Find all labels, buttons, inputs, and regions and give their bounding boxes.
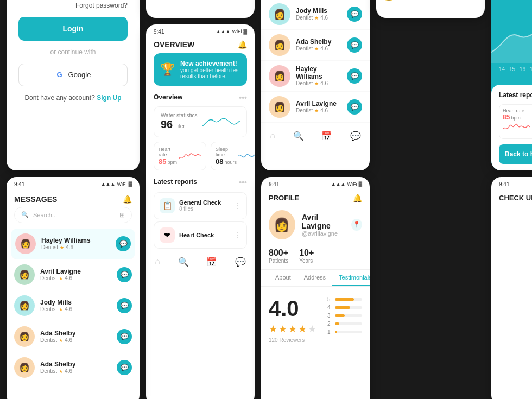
shield-icon[interactable]: 🛡 bbox=[420, 0, 428, 1]
nav-search-icon[interactable]: 🔍 bbox=[293, 131, 304, 141]
date-16[interactable]: 16 bbox=[520, 66, 525, 77]
doctor-info-1: Jody Mills Dentist ★ 4.6 bbox=[296, 7, 341, 21]
bell-icon-overview[interactable]: 🔔 bbox=[238, 40, 247, 49]
heart-rate-value: 85 bbox=[159, 157, 166, 166]
status-icons-overview: ▲▲▲ WiFi ▓ bbox=[216, 29, 247, 35]
tab-testimonials[interactable]: Testimonials bbox=[332, 270, 370, 286]
sleep-time-label: Sleep time bbox=[216, 147, 238, 157]
status-icons-profile: ▲▲▲ WiFi ▓ bbox=[331, 181, 362, 187]
nav-chat-overview[interactable]: 💬 bbox=[235, 257, 246, 267]
doctor-name-2: Ada Shelby bbox=[296, 38, 341, 46]
nav-calendar-icon[interactable]: 📅 bbox=[321, 131, 332, 141]
sleep-time-value: 08 bbox=[216, 157, 223, 166]
bar-track-1 bbox=[335, 331, 362, 333]
signal-icon-messages: ▲▲▲ bbox=[101, 181, 116, 187]
bell-icon-profile[interactable]: 🔔 bbox=[353, 194, 362, 202]
water-stats-unit: Liter bbox=[174, 123, 185, 129]
reports-dots[interactable]: ••• bbox=[239, 178, 247, 187]
tab-address[interactable]: Address bbox=[297, 270, 332, 286]
phone-status-checkup: 9:41 ▲▲▲ WiFi ▓ bbox=[491, 177, 532, 189]
rating-4: 4.6 bbox=[320, 107, 328, 113]
glasses-count: 18 bbox=[491, 0, 532, 10]
nav-search-overview[interactable]: 🔍 bbox=[178, 257, 189, 267]
message-name-4: Ada Shelby bbox=[40, 330, 111, 337]
nav-chat-icon[interactable]: 💬 bbox=[350, 131, 361, 141]
message-btn-4[interactable]: 💬 bbox=[347, 99, 362, 115]
report-dots-2[interactable]: ⋮ bbox=[233, 231, 241, 239]
logout-icon[interactable]: ↩ bbox=[435, 0, 442, 1]
msg-action-btn-3[interactable]: 💬 bbox=[117, 298, 132, 313]
back-to-home-button[interactable]: Back to home bbox=[499, 144, 532, 164]
report-dots-1[interactable]: ⋮ bbox=[233, 201, 241, 210]
doctors-bottom-nav: ⌂ 🔍 📅 💬 bbox=[261, 125, 370, 145]
message-item-3[interactable]: 👩 Jody Mills Dentist★4.6 💬 bbox=[7, 290, 140, 321]
msg-action-btn-1[interactable]: 💬 bbox=[116, 236, 131, 251]
signup-link[interactable]: Sign Up bbox=[97, 94, 121, 102]
water-stats-label: Water statistics bbox=[161, 112, 197, 118]
doctor-item-2: 👩 Ada Shelby Dentist ★ 4.6 💬 bbox=[261, 30, 370, 61]
water-stats-value: 96 bbox=[161, 118, 173, 131]
search-placeholder-messages: Search... bbox=[33, 212, 57, 218]
message-btn-1[interactable]: 💬 bbox=[347, 7, 362, 22]
achievement-banner: 🏆 New achievement! you get better health… bbox=[154, 53, 247, 86]
date-14[interactable]: 14 bbox=[499, 66, 505, 77]
profile-location-icon[interactable]: 📍 bbox=[351, 219, 362, 231]
forgot-password[interactable]: Forgot password? bbox=[18, 2, 128, 9]
login-button[interactable]: Login bbox=[18, 17, 128, 41]
notification-icon[interactable]: 🔔 bbox=[384, 0, 394, 1]
message-info-2: Avril Lavigne Dentist★4.6 bbox=[40, 268, 111, 281]
report-item-1: 📋 General Check 8 files ⋮ bbox=[154, 192, 247, 219]
message-btn-3[interactable]: 💬 bbox=[347, 68, 362, 84]
phone-status-messages: 9:41 ▲▲▲ WiFi ▓ bbox=[7, 177, 140, 189]
doctor-spec-3: Dentist ★ 4.6 bbox=[296, 80, 341, 86]
overview-dots[interactable]: ••• bbox=[239, 93, 247, 102]
message-item-2[interactable]: 👩 Avril Lavigne Dentist★4.6 💬 bbox=[7, 259, 140, 290]
doctor-spec-1: Dentist ★ 4.6 bbox=[296, 15, 341, 21]
date-15[interactable]: 15 bbox=[509, 66, 515, 77]
message-item-4[interactable]: 👩 Ada Shelby Dentist★4.6 💬 bbox=[7, 321, 140, 352]
msg-action-btn-2[interactable]: 💬 bbox=[117, 267, 132, 282]
messages-header: MESSAGES 🔔 bbox=[7, 189, 140, 207]
nav-calendar-overview[interactable]: 📅 bbox=[206, 257, 217, 267]
wifi-icon-messages: WiFi bbox=[117, 181, 126, 187]
bar-track-4 bbox=[335, 306, 362, 309]
bar-fill-3 bbox=[335, 314, 345, 317]
patients-label: Patients bbox=[269, 258, 288, 264]
calendar-icon-small[interactable]: 📅 bbox=[402, 0, 412, 1]
bar-fill-1 bbox=[335, 331, 337, 333]
msg-action-btn-4[interactable]: 💬 bbox=[117, 329, 132, 344]
google-button[interactable]: G Google bbox=[18, 64, 128, 86]
bar-fill-5 bbox=[335, 298, 354, 301]
msg-action-btn-5[interactable]: 💬 bbox=[117, 360, 132, 375]
nav-home-icon[interactable]: ⌂ bbox=[270, 131, 275, 141]
doctor-name-4: Avril Lavigne bbox=[296, 100, 341, 107]
date-17[interactable]: 17 bbox=[530, 66, 532, 77]
tab-about[interactable]: About bbox=[269, 270, 297, 286]
doctor-info-4: Avril Lavigne Dentist ★ 4.6 bbox=[296, 100, 341, 113]
doctor-name-1: Jody Mills bbox=[296, 7, 341, 15]
filter-icon-messages[interactable]: ⊞ bbox=[119, 211, 125, 219]
heart-rate-label: Heart rate bbox=[159, 147, 179, 157]
search-icon-messages: 🔍 bbox=[21, 211, 29, 218]
message-item-1[interactable]: 👩 Hayley Williams Dentist★4.6 💬 bbox=[11, 229, 135, 259]
water-dates-row: 14 15 16 17 18 19 20 21 22 bbox=[491, 63, 532, 80]
message-info-5: Ada Shelby Dentist★4.6 bbox=[40, 360, 111, 374]
bar-track-2 bbox=[335, 322, 362, 325]
rating-section: 4.0 ★ ★ ★ ★ ★ 120 Reviewers 5 bbox=[261, 292, 370, 347]
overview-title: OVERVIEW bbox=[154, 40, 194, 49]
star-3: ★ bbox=[288, 323, 297, 335]
phone-status-overview: 9:41 ▲▲▲ WiFi ▓ bbox=[146, 24, 255, 37]
battery-icon-overview: ▓ bbox=[243, 29, 247, 34]
rating-2: 4.6 bbox=[320, 46, 328, 52]
nav-home-overview[interactable]: ⌂ bbox=[155, 257, 160, 267]
rating-3: 4.6 bbox=[320, 80, 328, 86]
or-text: or continue with bbox=[18, 48, 128, 56]
sleep-time-box: Sleep time 08 hours bbox=[211, 142, 255, 170]
doctor-info-2: Ada Shelby Dentist ★ 4.6 bbox=[296, 38, 341, 52]
message-btn-2[interactable]: 💬 bbox=[347, 37, 362, 53]
dentist-label-1: Dentist bbox=[296, 15, 313, 21]
message-item-5[interactable]: 👩 Ada Shelby Dentist★4.6 💬 bbox=[7, 352, 140, 383]
messages-search[interactable]: 🔍 Search... ⊞ bbox=[14, 207, 132, 223]
water-stats-box: Water statistics 96 Liter bbox=[154, 106, 247, 137]
bell-icon-messages[interactable]: 🔔 bbox=[123, 195, 132, 204]
